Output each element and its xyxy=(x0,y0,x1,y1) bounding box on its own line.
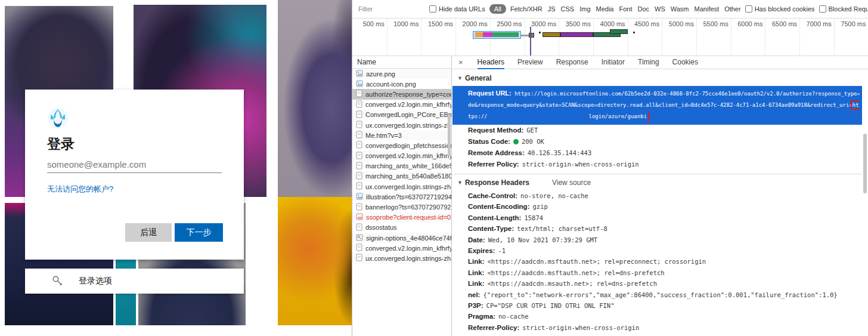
header-name: Referrer-Policy: xyxy=(468,324,519,331)
filter-type-ws[interactable]: WS xyxy=(655,5,665,13)
checkbox-icon[interactable] xyxy=(429,5,436,13)
disclosure-triangle-icon: ▼ xyxy=(457,75,463,81)
tab-initiator[interactable]: Initiator xyxy=(602,56,625,69)
tab-cookies[interactable]: Cookies xyxy=(672,56,698,69)
name-column-header[interactable]: Name xyxy=(352,56,451,69)
doc-icon xyxy=(356,131,362,140)
tab-timing[interactable]: Timing xyxy=(638,56,659,69)
response-header-list: Cache-Control:no-store, no-cacheContent-… xyxy=(452,190,862,333)
request-row[interactable]: marching_ants_b540a8e51803... xyxy=(352,171,451,181)
request-row[interactable]: marching_ants_white_166de53... xyxy=(352,161,451,171)
hide-data-urls-checkbox[interactable]: Hide data URLs xyxy=(429,5,485,13)
filter-type-fetchxhr[interactable]: Fetch/XHR xyxy=(510,5,542,13)
network-overview-timeline[interactable]: 500 ms1000 ms1500 ms2000 ms2500 ms3000 m… xyxy=(352,19,868,56)
response-header-row: Link:<https://aadcdn.msftauth.net>; rel=… xyxy=(452,267,862,278)
response-header-row: nel:{"report_to":"network-errors","max_a… xyxy=(452,289,862,300)
timeline-tick-label: 4000 ms xyxy=(591,20,625,27)
request-list-scrollbar[interactable] xyxy=(448,115,451,156)
filter-type-font[interactable]: Font xyxy=(619,5,632,13)
response-headers-section-header[interactable]: ▼Response HeadersView source xyxy=(452,174,862,190)
next-button[interactable]: 下一步 xyxy=(175,223,223,242)
request-row[interactable]: converged.v2.login.min_kfhrfy... xyxy=(352,243,451,253)
header-name: Content-Length: xyxy=(468,214,521,221)
status-code-row: Status Code:200 OK xyxy=(452,136,862,147)
detail-tab-bar: × HeadersPreviewResponseInitiatorTimingC… xyxy=(452,56,868,69)
request-row[interactable]: bannerlogo?ts=63707290792... xyxy=(352,202,451,212)
headers-content: ▼General Request URL: https://login.micr… xyxy=(452,70,862,336)
blocked-requests-checkbox[interactable]: Blocked Requests xyxy=(819,5,868,13)
header-name: Link: xyxy=(468,280,484,287)
request-row[interactable]: ux.converged.login.strings-zh-... xyxy=(352,253,451,263)
cant-access-link[interactable]: 无法访问您的帐户? xyxy=(47,184,113,195)
email-input[interactable] xyxy=(47,156,222,173)
detail-scrollbar[interactable] xyxy=(863,134,867,193)
request-row[interactable]: Me.htm?v=3 xyxy=(352,130,451,140)
doc-icon xyxy=(356,121,362,130)
request-row[interactable]: ConvergedLogin_PCore_EBpK... xyxy=(352,110,451,120)
doc-icon xyxy=(356,162,362,171)
request-name: ux.converged.login.strings-zh-... xyxy=(365,255,451,262)
request-method-row: Request Method:GET xyxy=(452,125,862,136)
waterfall-dot xyxy=(539,32,541,33)
request-row[interactable]: dssostatus xyxy=(352,223,451,233)
waterfall-connector xyxy=(521,35,529,36)
request-row[interactable]: converged.v2.login.min_kfhrfy... xyxy=(352,100,451,110)
filter-type-wasm[interactable]: Wasm xyxy=(671,5,689,13)
filter-type-js[interactable]: JS xyxy=(548,5,556,13)
request-name: ssoprobe?client-request-id=0... xyxy=(366,214,451,221)
devtools-network-panel: Filter Hide data URLs All Fetch/XHRJSCSS… xyxy=(352,0,868,336)
request-row[interactable]: signin-options_4e48046ce74f... xyxy=(352,233,451,243)
response-header-row: Pragma:no-cache xyxy=(452,311,862,322)
timeline-tick-label: 3000 ms xyxy=(522,20,556,27)
checkbox-icon[interactable] xyxy=(745,5,752,13)
filter-all-pill[interactable]: All xyxy=(489,4,506,14)
tab-response[interactable]: Response xyxy=(556,56,588,69)
request-name: converged.v2.login.min_kfhrfy... xyxy=(365,101,451,108)
request-name: authorize?response_type=cod... xyxy=(365,91,451,98)
has-blocked-cookies-checkbox[interactable]: Has blocked cookies xyxy=(745,5,815,13)
request-row[interactable]: azure.png xyxy=(352,69,451,79)
checkbox-icon[interactable] xyxy=(819,5,826,13)
document-request-bar-segment[interactable] xyxy=(560,32,593,37)
request-list: azure.pngaccount-icon.pngauthorize?respo… xyxy=(352,69,451,264)
request-row[interactable]: illustration?ts=637072719294... xyxy=(352,192,451,202)
selected-request-bar-segment[interactable] xyxy=(475,32,483,37)
response-header-row: Date:Wed, 10 Nov 2021 07:39:29 GMT xyxy=(452,235,862,245)
request-row[interactable]: convergedlogin_pfetchsession... xyxy=(352,140,451,150)
redacted-annotation-box: ht xyxy=(852,102,859,108)
general-section-header[interactable]: ▼General xyxy=(452,70,862,86)
view-source-link[interactable]: View source xyxy=(552,178,591,187)
request-row[interactable]: account-icon.png xyxy=(352,79,451,89)
selected-request-bar-segment[interactable] xyxy=(483,32,492,37)
document-request-bar-segment[interactable] xyxy=(542,32,560,37)
tab-preview[interactable]: Preview xyxy=(517,56,543,69)
network-filter-bar: Filter Hide data URLs All Fetch/XHRJSCSS… xyxy=(352,0,868,19)
signin-options-bar[interactable]: 登录选项 xyxy=(25,269,244,294)
request-row[interactable]: converged.v2.login.min_kfhrfy... xyxy=(352,151,451,161)
filter-type-media[interactable]: Media xyxy=(596,5,614,13)
doc-icon xyxy=(356,172,362,181)
tab-headers[interactable]: Headers xyxy=(478,56,504,69)
image-broken-icon xyxy=(356,213,363,221)
filter-input[interactable]: Filter xyxy=(358,5,425,13)
document-request-bar-raised-segment[interactable] xyxy=(610,29,628,34)
filter-type-css[interactable]: CSS xyxy=(561,5,575,13)
selected-request-bar-segment[interactable] xyxy=(492,32,519,37)
doc-icon xyxy=(356,223,362,232)
filter-type-manifest[interactable]: Manifest xyxy=(695,5,720,13)
response-header-row: Link:<https://aadcdn.msftauth.net>; rel=… xyxy=(452,256,862,267)
request-row[interactable]: ssoprobe?client-request-id=0... xyxy=(352,212,451,223)
login-card: 登录 无法访问您的帐户? 后退 下一步 xyxy=(25,90,244,260)
back-button[interactable]: 后退 xyxy=(125,223,172,242)
filter-type-other[interactable]: Other xyxy=(724,5,741,13)
request-row[interactable]: ux.converged.login.strings-zh-... xyxy=(352,181,451,192)
request-name: azure.png xyxy=(366,70,395,78)
photo-tile-bottom-right xyxy=(278,197,352,325)
header-value: 15874 xyxy=(524,214,543,221)
request-row[interactable]: ux.converged.login.strings-zh-... xyxy=(352,120,451,130)
request-row[interactable]: authorize?response_type=cod... xyxy=(352,89,451,99)
close-icon[interactable]: × xyxy=(458,58,463,67)
timeline-tick-label: 500 ms xyxy=(352,20,385,27)
filter-type-doc[interactable]: Doc xyxy=(637,5,649,13)
filter-type-img[interactable]: Img xyxy=(579,5,590,13)
